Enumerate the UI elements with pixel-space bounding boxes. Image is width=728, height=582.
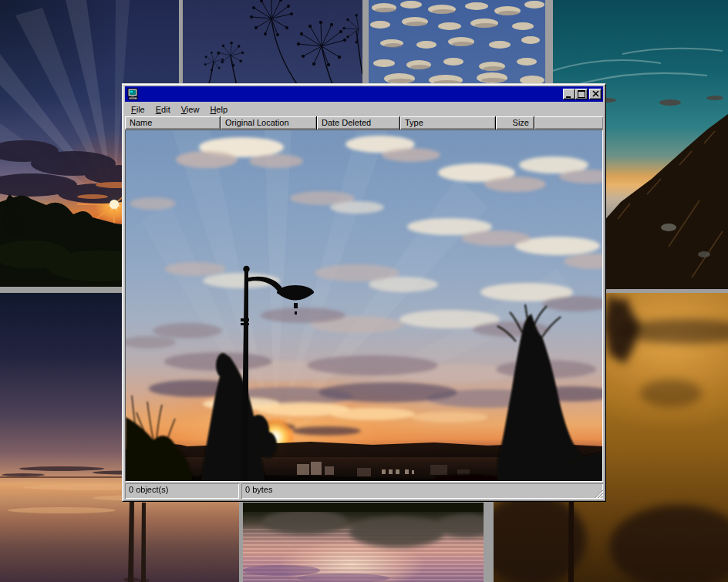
column-header-blank[interactable]	[534, 116, 603, 130]
close-button[interactable]	[589, 89, 602, 99]
menu-file[interactable]: File	[126, 103, 150, 116]
photo-water-reflection	[243, 503, 484, 582]
sunset-streetlamp-scene	[126, 130, 603, 482]
minimize-button[interactable]	[563, 89, 575, 99]
column-header-row: NameOriginal LocationDate DeletedTypeSiz…	[125, 116, 603, 130]
menu-bar: FileEditViewHelp	[125, 102, 603, 116]
maximize-button[interactable]	[575, 89, 588, 99]
column-header-size[interactable]: Size	[496, 116, 534, 130]
left-bushes-silhouette	[126, 395, 193, 482]
status-objects: 0 object(s)	[125, 483, 239, 499]
desktop: FileEditViewHelp NameOriginal LocationDa…	[0, 0, 728, 582]
menu-help[interactable]: Help	[204, 103, 233, 116]
umbel-heads	[204, 0, 359, 71]
column-header-original-location[interactable]: Original Location	[221, 116, 317, 130]
status-bytes: 0 bytes	[241, 483, 603, 499]
recycle-bin-window[interactable]: FileEditViewHelp NameOriginal LocationDa…	[122, 83, 606, 502]
title-bar[interactable]	[125, 86, 603, 102]
menu-edit[interactable]: Edit	[150, 103, 176, 116]
status-bar: 0 object(s) 0 bytes	[125, 482, 603, 499]
resize-grip[interactable]	[593, 488, 603, 498]
column-header-name[interactable]: Name	[125, 116, 221, 130]
menu-view[interactable]: View	[176, 103, 205, 116]
recycle-bin-list-view[interactable]	[125, 130, 603, 482]
column-header-date-deleted[interactable]: Date Deleted	[317, 116, 400, 130]
reflection-art	[243, 503, 484, 582]
computer-icon	[126, 88, 139, 100]
column-header-type[interactable]: Type	[400, 116, 496, 130]
